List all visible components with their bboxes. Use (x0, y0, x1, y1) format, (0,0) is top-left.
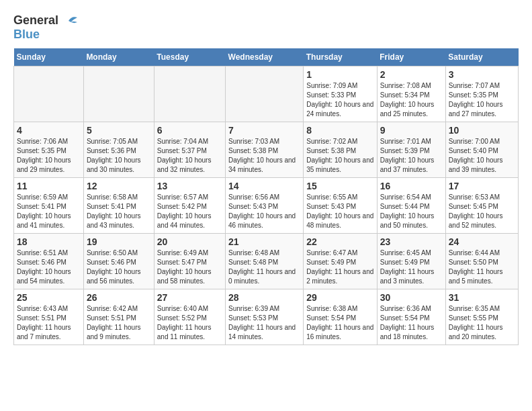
day-number: 11 (17, 181, 81, 191)
calendar-cell: 6Sunrise: 7:04 AMSunset: 5:37 PMDaylight… (154, 122, 225, 178)
day-info: Sunrise: 6:55 AMSunset: 5:43 PMDaylight:… (306, 193, 374, 230)
day-number: 18 (17, 236, 81, 247)
calendar-cell: 21Sunrise: 6:48 AMSunset: 5:48 PMDayligh… (226, 234, 304, 289)
day-header-tuesday: Tuesday (154, 48, 225, 66)
day-number: 13 (157, 181, 222, 191)
calendar-cell: 1Sunrise: 7:09 AMSunset: 5:33 PMDaylight… (304, 66, 378, 122)
calendar-cell: 8Sunrise: 7:02 AMSunset: 5:38 PMDaylight… (304, 122, 378, 178)
day-info: Sunrise: 7:01 AMSunset: 5:39 PMDaylight:… (380, 137, 443, 175)
day-number: 23 (380, 236, 443, 247)
calendar-cell (14, 66, 84, 122)
calendar-cell: 16Sunrise: 6:54 AMSunset: 5:44 PMDayligh… (377, 178, 445, 234)
day-number: 27 (157, 292, 222, 303)
day-number: 29 (306, 292, 374, 303)
day-header-thursday: Thursday (304, 48, 378, 66)
calendar-cell: 9Sunrise: 7:01 AMSunset: 5:39 PMDaylight… (377, 122, 445, 178)
day-info: Sunrise: 6:58 AMSunset: 5:41 PMDaylight:… (87, 193, 151, 230)
day-number: 7 (228, 125, 300, 136)
day-info: Sunrise: 6:42 AMSunset: 5:51 PMDaylight:… (87, 304, 151, 342)
day-info: Sunrise: 6:35 AMSunset: 5:55 PMDaylight:… (449, 304, 515, 342)
calendar-cell: 27Sunrise: 6:40 AMSunset: 5:52 PMDayligh… (154, 289, 225, 345)
day-header-sunday: Sunday (14, 48, 84, 66)
day-number: 28 (228, 292, 300, 303)
day-number: 3 (449, 69, 515, 80)
week-row-4: 18Sunrise: 6:51 AMSunset: 5:46 PMDayligh… (14, 234, 519, 289)
day-info: Sunrise: 7:04 AMSunset: 5:37 PMDaylight:… (157, 137, 222, 175)
calendar-cell: 7Sunrise: 7:03 AMSunset: 5:38 PMDaylight… (226, 122, 304, 178)
calendar-cell: 19Sunrise: 6:50 AMSunset: 5:46 PMDayligh… (83, 234, 154, 289)
day-info: Sunrise: 7:05 AMSunset: 5:36 PMDaylight:… (87, 137, 151, 175)
day-number: 21 (228, 236, 300, 247)
day-info: Sunrise: 6:47 AMSunset: 5:49 PMDaylight:… (306, 248, 374, 286)
day-header-friday: Friday (377, 48, 445, 66)
logo-blue-text: Blue (13, 28, 40, 42)
day-number: 17 (449, 181, 515, 191)
day-number: 15 (306, 181, 374, 191)
calendar-cell: 26Sunrise: 6:42 AMSunset: 5:51 PMDayligh… (83, 289, 154, 345)
day-info: Sunrise: 7:00 AMSunset: 5:40 PMDaylight:… (449, 137, 515, 175)
calendar-cell: 10Sunrise: 7:00 AMSunset: 5:40 PMDayligh… (445, 122, 518, 178)
day-number: 25 (17, 292, 81, 303)
calendar-cell: 29Sunrise: 6:38 AMSunset: 5:54 PMDayligh… (304, 289, 378, 345)
day-info: Sunrise: 7:08 AMSunset: 5:34 PMDaylight:… (380, 81, 443, 119)
day-number: 26 (87, 292, 151, 303)
header-row: SundayMondayTuesdayWednesdayThursdayFrid… (14, 48, 519, 66)
day-header-wednesday: Wednesday (226, 48, 304, 66)
calendar-cell (226, 66, 304, 122)
day-info: Sunrise: 6:53 AMSunset: 5:45 PMDaylight:… (449, 193, 515, 230)
day-info: Sunrise: 6:56 AMSunset: 5:43 PMDaylight:… (228, 193, 300, 230)
calendar-cell: 23Sunrise: 6:45 AMSunset: 5:49 PMDayligh… (377, 234, 445, 289)
calendar-cell: 11Sunrise: 6:59 AMSunset: 5:41 PMDayligh… (14, 178, 84, 234)
day-info: Sunrise: 6:36 AMSunset: 5:54 PMDaylight:… (380, 304, 443, 342)
calendar-cell: 2Sunrise: 7:08 AMSunset: 5:34 PMDaylight… (377, 66, 445, 122)
day-info: Sunrise: 6:45 AMSunset: 5:49 PMDaylight:… (380, 248, 443, 286)
day-info: Sunrise: 7:02 AMSunset: 5:38 PMDaylight:… (306, 137, 374, 175)
calendar-cell: 14Sunrise: 6:56 AMSunset: 5:43 PMDayligh… (226, 178, 304, 234)
day-number: 9 (380, 125, 443, 136)
day-info: Sunrise: 6:48 AMSunset: 5:48 PMDaylight:… (228, 248, 300, 286)
calendar-cell (83, 66, 154, 122)
day-number: 16 (380, 181, 443, 191)
day-number: 12 (87, 181, 151, 191)
calendar-cell: 31Sunrise: 6:35 AMSunset: 5:55 PMDayligh… (445, 289, 518, 345)
calendar-cell: 18Sunrise: 6:51 AMSunset: 5:46 PMDayligh… (14, 234, 84, 289)
day-number: 5 (87, 125, 151, 136)
day-info: Sunrise: 6:49 AMSunset: 5:47 PMDaylight:… (157, 248, 222, 286)
day-info: Sunrise: 6:57 AMSunset: 5:42 PMDaylight:… (157, 193, 222, 230)
day-info: Sunrise: 6:40 AMSunset: 5:52 PMDaylight:… (157, 304, 222, 342)
day-info: Sunrise: 6:51 AMSunset: 5:46 PMDaylight:… (17, 248, 81, 286)
day-number: 24 (449, 236, 515, 247)
day-info: Sunrise: 6:44 AMSunset: 5:50 PMDaylight:… (449, 248, 515, 286)
calendar-table: SundayMondayTuesdayWednesdayThursdayFrid… (13, 48, 519, 345)
day-number: 1 (306, 69, 374, 80)
day-number: 14 (228, 181, 300, 191)
day-info: Sunrise: 6:54 AMSunset: 5:44 PMDaylight:… (380, 193, 443, 230)
calendar-cell: 25Sunrise: 6:43 AMSunset: 5:51 PMDayligh… (14, 289, 84, 345)
day-info: Sunrise: 6:43 AMSunset: 5:51 PMDaylight:… (17, 304, 81, 342)
calendar-cell: 17Sunrise: 6:53 AMSunset: 5:45 PMDayligh… (445, 178, 518, 234)
calendar-cell: 15Sunrise: 6:55 AMSunset: 5:43 PMDayligh… (304, 178, 378, 234)
day-number: 4 (17, 125, 81, 136)
day-info: Sunrise: 6:59 AMSunset: 5:41 PMDaylight:… (17, 193, 81, 230)
calendar-cell: 24Sunrise: 6:44 AMSunset: 5:50 PMDayligh… (445, 234, 518, 289)
day-number: 10 (449, 125, 515, 136)
calendar-cell: 5Sunrise: 7:05 AMSunset: 5:36 PMDaylight… (83, 122, 154, 178)
calendar-cell: 22Sunrise: 6:47 AMSunset: 5:49 PMDayligh… (304, 234, 378, 289)
header: General Blue (13, 13, 519, 42)
logo-bird-icon (58, 14, 79, 28)
calendar-cell: 30Sunrise: 6:36 AMSunset: 5:54 PMDayligh… (377, 289, 445, 345)
calendar-cell: 12Sunrise: 6:58 AMSunset: 5:41 PMDayligh… (83, 178, 154, 234)
calendar-cell: 3Sunrise: 7:07 AMSunset: 5:35 PMDaylight… (445, 66, 518, 122)
day-header-saturday: Saturday (445, 48, 518, 66)
week-row-3: 11Sunrise: 6:59 AMSunset: 5:41 PMDayligh… (14, 178, 519, 234)
calendar-cell: 20Sunrise: 6:49 AMSunset: 5:47 PMDayligh… (154, 234, 225, 289)
week-row-5: 25Sunrise: 6:43 AMSunset: 5:51 PMDayligh… (14, 289, 519, 345)
day-info: Sunrise: 7:06 AMSunset: 5:35 PMDaylight:… (17, 137, 81, 175)
calendar-cell (154, 66, 225, 122)
week-row-2: 4Sunrise: 7:06 AMSunset: 5:35 PMDaylight… (14, 122, 519, 178)
day-number: 19 (87, 236, 151, 247)
week-row-1: 1Sunrise: 7:09 AMSunset: 5:33 PMDaylight… (14, 66, 519, 122)
calendar-cell: 28Sunrise: 6:39 AMSunset: 5:53 PMDayligh… (226, 289, 304, 345)
day-info: Sunrise: 6:39 AMSunset: 5:53 PMDaylight:… (228, 304, 300, 342)
day-info: Sunrise: 7:07 AMSunset: 5:35 PMDaylight:… (449, 81, 515, 119)
